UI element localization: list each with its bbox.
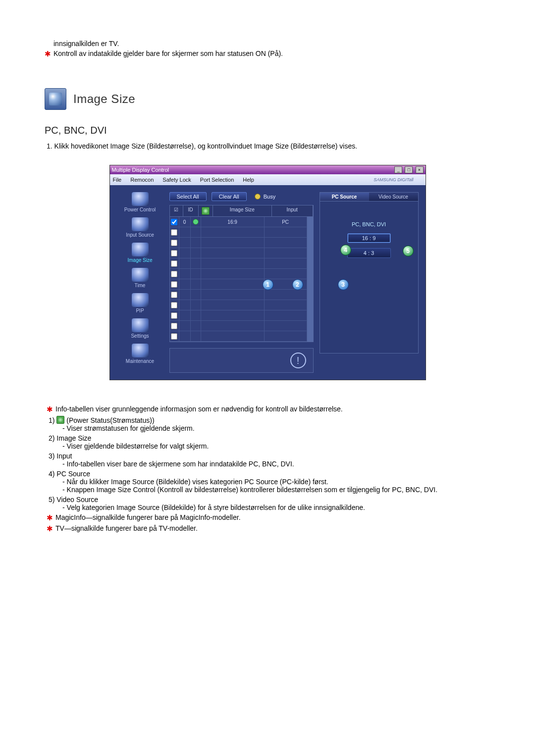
time-icon <box>132 268 149 282</box>
select-all-button[interactable]: Select All <box>169 192 207 201</box>
note-4-desc-b: Knappen Image Size Control (Kontroll av … <box>67 486 490 494</box>
note-3-desc: Info-tabellen viser bare de skjermene so… <box>67 460 490 468</box>
col-status-icon <box>199 205 213 216</box>
busy-dot-icon <box>255 194 261 200</box>
image-size-section-icon <box>45 88 66 110</box>
minimize-icon[interactable]: _ <box>394 166 402 173</box>
maintenance-icon <box>132 344 149 357</box>
star-icon: ✱ <box>45 50 54 58</box>
menubar: File Remocon Safety Lock Port Selection … <box>110 174 426 185</box>
busy-indicator: Busy <box>255 194 275 200</box>
col-id: ID <box>183 205 199 216</box>
star-icon: ✱ <box>47 524 55 533</box>
ratio-4-3-button[interactable]: 4 : 3 <box>347 248 391 258</box>
sidebar: Power Control Input Source Image Size Ti… <box>117 192 163 373</box>
callout-5: 5 <box>403 246 414 256</box>
note-star-3: TV—signalkilde fungerer bare på TV-model… <box>55 524 490 533</box>
sidebar-item-settings[interactable]: Settings <box>117 318 163 339</box>
image-size-icon <box>132 243 149 256</box>
note-star-1: Info-tabellen viser grunnleggende inform… <box>55 405 490 414</box>
row-checkbox[interactable] <box>171 219 177 225</box>
close-icon[interactable]: × <box>416 166 424 173</box>
menu-help[interactable]: Help <box>243 177 254 183</box>
app-window: Multiple Display Control _ □ × File Remo… <box>109 165 426 380</box>
subsection-title: PC, BNC, DVI <box>45 125 490 136</box>
callout-4: 4 <box>340 245 351 255</box>
sidebar-item-maintenance[interactable]: Maintenance <box>117 344 163 364</box>
menu-remocon[interactable]: Remocon <box>130 177 154 183</box>
menu-port-selection[interactable]: Port Selection <box>200 177 234 183</box>
menu-file[interactable]: File <box>113 177 122 183</box>
maximize-icon[interactable]: □ <box>405 166 413 173</box>
statusbar: ! <box>169 348 314 373</box>
ratio-16-9-button[interactable]: 16 : 9 <box>347 233 391 243</box>
settings-icon <box>132 318 149 332</box>
tab-pc-source[interactable]: PC Source <box>320 193 369 201</box>
power-icon <box>132 192 149 206</box>
sidebar-item-power-control[interactable]: Power Control <box>117 192 163 212</box>
section-title: Image Size <box>73 92 135 106</box>
window-controls[interactable]: _ □ × <box>393 166 423 173</box>
col-input: Input <box>272 205 313 216</box>
note-1-desc: Viser strømstatusen for gjeldende skjerm… <box>67 424 490 432</box>
sidebar-item-time[interactable]: Time <box>117 268 163 288</box>
power-status-icon <box>56 416 64 424</box>
star-icon: ✱ <box>47 405 55 414</box>
titlebar: Multiple Display Control _ □ × <box>110 165 426 174</box>
note-5-desc: Velg kategorien Image Source (Bildekilde… <box>67 504 490 511</box>
grid-scrollbar[interactable] <box>307 217 313 342</box>
info-grid: ☑ ID Image Size Input 0 16:9 PC <box>169 205 314 342</box>
col-check[interactable]: ☑ <box>170 205 183 216</box>
panel-label: PC, BNC, DVI <box>326 221 412 227</box>
prelude-line-2: Kontroll av indatakilde gjelder bare for… <box>54 50 490 58</box>
note-star-2: MagicInfo—signalkilde fungerer bare på M… <box>55 513 490 522</box>
table-row[interactable]: 0 16:9 PC <box>170 217 307 227</box>
info-icon: ! <box>290 353 306 368</box>
callout-3: 3 <box>338 279 349 290</box>
note-4-desc-a: Når du klikker Image Source (Bildekilde)… <box>67 478 490 486</box>
note-2-desc: Viser gjeldende bildestørrelse for valgt… <box>67 442 490 450</box>
sidebar-item-input-source[interactable]: Input Source <box>117 217 163 238</box>
status-on-icon <box>193 219 199 225</box>
clear-all-button[interactable]: Clear All <box>212 192 247 201</box>
sidebar-item-image-size[interactable]: Image Size <box>117 243 163 263</box>
input-icon <box>132 217 149 231</box>
sidebar-item-pip[interactable]: PIP <box>117 293 163 313</box>
callout-2: 2 <box>292 279 303 290</box>
pip-icon <box>132 293 149 307</box>
prelude-line-1: innsignalkilden er TV. <box>54 40 490 48</box>
titlebar-text: Multiple Display Control <box>112 167 169 173</box>
intro-item: 1. Klikk hovedikonet Image Size (Bildest… <box>47 142 490 150</box>
brand-label: SAMSUNG DIGITall <box>374 177 413 182</box>
tab-video-source[interactable]: Video Source <box>369 193 418 201</box>
callout-1: 1 <box>263 279 273 290</box>
menu-safety-lock[interactable]: Safety Lock <box>162 177 191 183</box>
star-icon: ✱ <box>47 513 55 522</box>
aspect-panel: PC, BNC, DVI 16 : 9 4 : 3 <box>320 202 419 353</box>
col-image-size: Image Size <box>213 205 272 216</box>
notes-block: ✱ Info-tabellen viser grunnleggende info… <box>47 405 490 533</box>
